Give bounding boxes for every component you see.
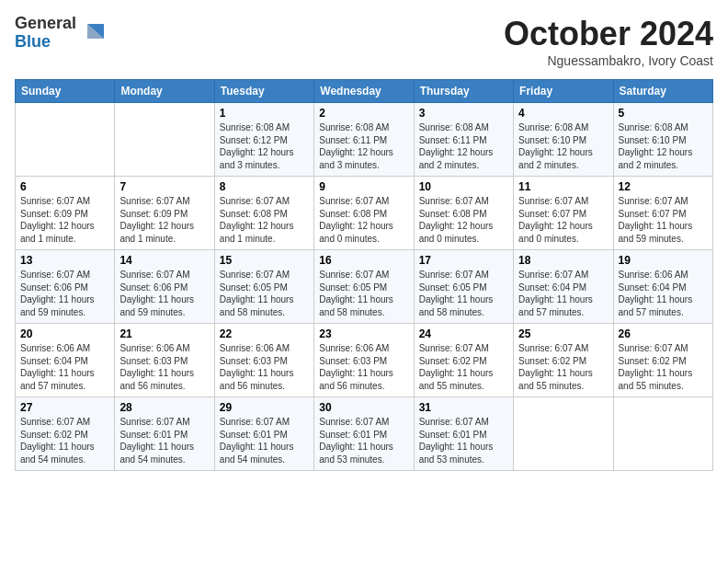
calendar-cell [115, 103, 214, 177]
day-number: 18 [518, 254, 608, 267]
calendar-cell: 10Sunrise: 6:07 AM Sunset: 6:08 PM Dayli… [414, 177, 513, 250]
calendar-cell: 21Sunrise: 6:06 AM Sunset: 6:03 PM Dayli… [115, 324, 214, 397]
day-number: 30 [319, 401, 408, 414]
day-info: Sunrise: 6:07 AM Sunset: 6:05 PM Dayligh… [319, 269, 408, 318]
calendar-cell: 7Sunrise: 6:07 AM Sunset: 6:09 PM Daylig… [115, 177, 214, 250]
day-number: 12 [619, 180, 708, 193]
logo-icon [78, 20, 104, 46]
day-info: Sunrise: 6:07 AM Sunset: 6:06 PM Dayligh… [119, 269, 209, 318]
day-number: 27 [20, 401, 109, 414]
day-info: Sunrise: 6:07 AM Sunset: 6:07 PM Dayligh… [518, 195, 608, 245]
day-info: Sunrise: 6:07 AM Sunset: 6:08 PM Dayligh… [319, 195, 408, 245]
day-number: 14 [119, 254, 209, 267]
day-info: Sunrise: 6:08 AM Sunset: 6:10 PM Dayligh… [518, 121, 608, 171]
day-info: Sunrise: 6:06 AM Sunset: 6:04 PM Dayligh… [20, 342, 109, 392]
day-info: Sunrise: 6:08 AM Sunset: 6:11 PM Dayligh… [419, 121, 508, 171]
day-number: 2 [319, 107, 408, 120]
day-number: 15 [220, 254, 309, 267]
logo-general: General [15, 14, 76, 32]
calendar-cell [613, 397, 712, 471]
day-info: Sunrise: 6:07 AM Sunset: 6:01 PM Dayligh… [419, 416, 508, 465]
day-info: Sunrise: 6:07 AM Sunset: 6:09 PM Dayligh… [119, 195, 209, 245]
day-info: Sunrise: 6:08 AM Sunset: 6:11 PM Dayligh… [319, 121, 408, 171]
calendar-cell: 16Sunrise: 6:07 AM Sunset: 6:05 PM Dayli… [314, 250, 414, 324]
day-number: 8 [220, 180, 309, 193]
calendar-cell: 18Sunrise: 6:07 AM Sunset: 6:04 PM Dayli… [514, 250, 613, 324]
calendar-week-row: 13Sunrise: 6:07 AM Sunset: 6:06 PM Dayli… [16, 250, 713, 324]
day-info: Sunrise: 6:07 AM Sunset: 6:02 PM Dayligh… [419, 342, 508, 392]
day-info: Sunrise: 6:06 AM Sunset: 6:03 PM Dayligh… [119, 342, 209, 392]
day-number: 31 [419, 401, 508, 414]
calendar-cell: 22Sunrise: 6:06 AM Sunset: 6:03 PM Dayli… [214, 324, 313, 397]
weekday-header: Monday [115, 80, 214, 103]
calendar-cell: 9Sunrise: 6:07 AM Sunset: 6:08 PM Daylig… [314, 177, 414, 250]
day-info: Sunrise: 6:07 AM Sunset: 6:05 PM Dayligh… [220, 269, 309, 318]
calendar-cell: 12Sunrise: 6:07 AM Sunset: 6:07 PM Dayli… [613, 177, 712, 250]
calendar-cell: 8Sunrise: 6:07 AM Sunset: 6:08 PM Daylig… [214, 177, 313, 250]
day-number: 16 [319, 254, 408, 267]
weekday-header: Friday [514, 80, 613, 103]
day-info: Sunrise: 6:07 AM Sunset: 6:02 PM Dayligh… [518, 342, 608, 392]
page-header: General Blue October 2024 Nguessambakro,… [15, 15, 713, 68]
day-number: 26 [619, 327, 708, 340]
calendar-cell [514, 397, 613, 471]
day-number: 10 [419, 180, 508, 193]
calendar-cell [16, 103, 115, 177]
day-info: Sunrise: 6:07 AM Sunset: 6:01 PM Dayligh… [119, 416, 209, 465]
weekday-header: Tuesday [214, 80, 313, 103]
calendar-week-row: 1Sunrise: 6:08 AM Sunset: 6:12 PM Daylig… [16, 103, 713, 177]
title-block: October 2024 Nguessambakro, Ivory Coast [504, 15, 713, 68]
day-info: Sunrise: 6:07 AM Sunset: 6:07 PM Dayligh… [619, 195, 708, 245]
day-number: 28 [119, 401, 209, 414]
calendar-cell: 31Sunrise: 6:07 AM Sunset: 6:01 PM Dayli… [414, 397, 513, 471]
weekday-header: Saturday [613, 80, 712, 103]
day-number: 20 [20, 327, 109, 340]
calendar-cell: 26Sunrise: 6:07 AM Sunset: 6:02 PM Dayli… [613, 324, 712, 397]
day-number: 19 [619, 254, 708, 267]
calendar-table: SundayMondayTuesdayWednesdayThursdayFrid… [15, 79, 713, 471]
day-number: 17 [419, 254, 508, 267]
calendar-cell: 6Sunrise: 6:07 AM Sunset: 6:09 PM Daylig… [16, 177, 115, 250]
day-number: 9 [319, 180, 408, 193]
calendar-week-row: 6Sunrise: 6:07 AM Sunset: 6:09 PM Daylig… [16, 177, 713, 250]
day-number: 22 [220, 327, 309, 340]
day-number: 13 [20, 254, 109, 267]
calendar-week-row: 27Sunrise: 6:07 AM Sunset: 6:02 PM Dayli… [16, 397, 713, 471]
day-number: 5 [619, 107, 708, 120]
day-info: Sunrise: 6:07 AM Sunset: 6:06 PM Dayligh… [20, 269, 109, 318]
calendar-cell: 25Sunrise: 6:07 AM Sunset: 6:02 PM Dayli… [514, 324, 613, 397]
calendar-cell: 15Sunrise: 6:07 AM Sunset: 6:05 PM Dayli… [214, 250, 313, 324]
weekday-header: Thursday [414, 80, 513, 103]
day-number: 21 [119, 327, 209, 340]
day-number: 24 [419, 327, 508, 340]
day-info: Sunrise: 6:08 AM Sunset: 6:12 PM Dayligh… [220, 121, 309, 171]
day-info: Sunrise: 6:07 AM Sunset: 6:08 PM Dayligh… [419, 195, 508, 245]
day-info: Sunrise: 6:07 AM Sunset: 6:01 PM Dayligh… [319, 416, 408, 465]
calendar-cell: 19Sunrise: 6:06 AM Sunset: 6:04 PM Dayli… [613, 250, 712, 324]
day-number: 4 [518, 107, 608, 120]
calendar-cell: 28Sunrise: 6:07 AM Sunset: 6:01 PM Dayli… [115, 397, 214, 471]
day-number: 29 [220, 401, 309, 414]
calendar-week-row: 20Sunrise: 6:06 AM Sunset: 6:04 PM Dayli… [16, 324, 713, 397]
day-number: 7 [119, 180, 209, 193]
calendar-cell: 3Sunrise: 6:08 AM Sunset: 6:11 PM Daylig… [414, 103, 513, 177]
calendar-cell: 20Sunrise: 6:06 AM Sunset: 6:04 PM Dayli… [16, 324, 115, 397]
day-info: Sunrise: 6:07 AM Sunset: 6:08 PM Dayligh… [220, 195, 309, 245]
weekday-header: Wednesday [314, 80, 414, 103]
day-info: Sunrise: 6:07 AM Sunset: 6:05 PM Dayligh… [419, 269, 508, 318]
day-number: 25 [518, 327, 608, 340]
day-info: Sunrise: 6:06 AM Sunset: 6:03 PM Dayligh… [220, 342, 309, 392]
calendar-cell: 24Sunrise: 6:07 AM Sunset: 6:02 PM Dayli… [414, 324, 513, 397]
calendar-cell: 17Sunrise: 6:07 AM Sunset: 6:05 PM Dayli… [414, 250, 513, 324]
calendar-cell: 14Sunrise: 6:07 AM Sunset: 6:06 PM Dayli… [115, 250, 214, 324]
calendar-cell: 13Sunrise: 6:07 AM Sunset: 6:06 PM Dayli… [16, 250, 115, 324]
calendar-cell: 23Sunrise: 6:06 AM Sunset: 6:03 PM Dayli… [314, 324, 414, 397]
day-number: 1 [220, 107, 309, 120]
location-subtitle: Nguessambakro, Ivory Coast [504, 53, 713, 68]
day-info: Sunrise: 6:06 AM Sunset: 6:04 PM Dayligh… [619, 269, 708, 318]
day-number: 11 [518, 180, 608, 193]
calendar-cell: 1Sunrise: 6:08 AM Sunset: 6:12 PM Daylig… [214, 103, 313, 177]
calendar-cell: 30Sunrise: 6:07 AM Sunset: 6:01 PM Dayli… [314, 397, 414, 471]
day-info: Sunrise: 6:07 AM Sunset: 6:04 PM Dayligh… [518, 269, 608, 318]
day-number: 6 [20, 180, 109, 193]
